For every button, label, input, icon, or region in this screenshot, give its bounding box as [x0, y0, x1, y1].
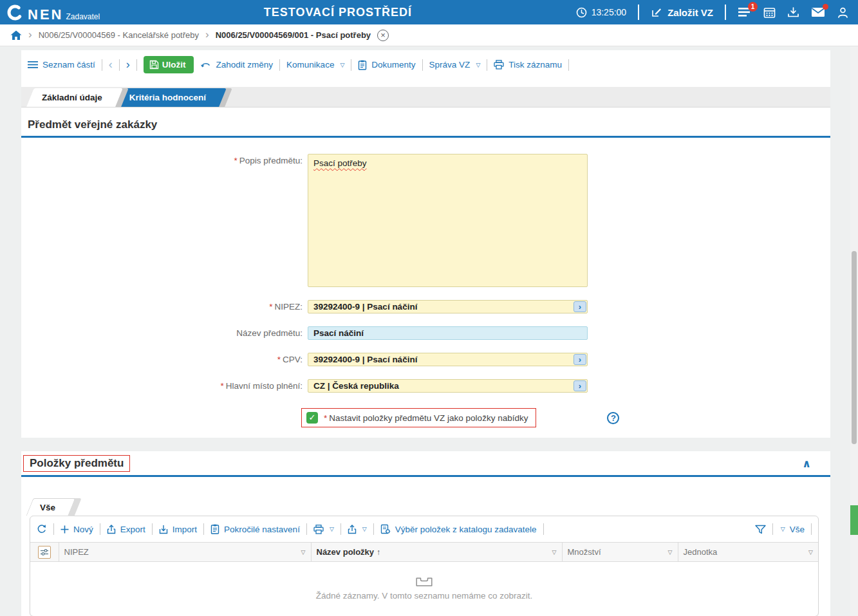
- field-label-nipez: *NIPEZ:: [21, 300, 308, 313]
- filter-button[interactable]: [755, 525, 766, 534]
- clock-time: 13:25:00: [592, 7, 627, 17]
- print-grid-menu[interactable]: ▽: [313, 525, 334, 534]
- column-filter-icon[interactable]: ▽: [668, 549, 673, 555]
- nen-swirl-icon: [6, 4, 24, 21]
- collapse-section-button[interactable]: ∧: [802, 457, 811, 471]
- advanced-settings-button[interactable]: Pokročilé nastavení: [210, 524, 300, 534]
- catalog-picker-button[interactable]: Výběr položek z katalogu zadavatele: [380, 524, 537, 534]
- label-text: Popis předmětu:: [239, 156, 303, 165]
- discard-changes-label: Zahodit změny: [216, 60, 274, 70]
- items-panel: Položky předmětu ∧ Vše: [21, 451, 830, 616]
- nipez-lookup-button[interactable]: ›: [574, 301, 586, 312]
- tab-vse[interactable]: Vše: [30, 498, 72, 516]
- column-filter-icon[interactable]: ▽: [808, 549, 813, 555]
- popis-predmetu-textarea[interactable]: Psací potřeby: [308, 154, 588, 287]
- column-header-nazev-polozky[interactable]: Název položky↑▽: [311, 543, 562, 562]
- prev-part-button[interactable]: ‹: [109, 58, 113, 71]
- chevron-right-icon: ›: [579, 381, 581, 391]
- divider: [203, 523, 204, 535]
- tab-label: Základní údaje: [42, 93, 102, 102]
- divider: [100, 523, 100, 535]
- items-as-offer-checkbox[interactable]: ✓: [306, 412, 318, 424]
- nazev-predmetu-value: Psací náčiní: [313, 328, 364, 338]
- home-icon[interactable]: [10, 30, 22, 41]
- column-header-jednotka[interactable]: Jednotka▽: [678, 543, 818, 562]
- new-item-label: Nový: [73, 525, 93, 534]
- top-bar: NEN Zadavatel TESTOVACÍ PROSTŘEDÍ 13:25:…: [0, 0, 858, 24]
- export-icon: [107, 525, 116, 534]
- view-filter-all[interactable]: ▽ Vše: [779, 525, 805, 534]
- column-label: Množství: [568, 547, 601, 557]
- column-header-mnozstvi[interactable]: Množství▽: [562, 543, 678, 562]
- advanced-settings-label: Pokročilé nastavení: [224, 525, 300, 534]
- list-of-parts-button[interactable]: Seznam částí: [28, 60, 95, 70]
- catalog-picker-label: Výběr položek z katalogu zadavatele: [395, 525, 537, 534]
- communication-menu[interactable]: Komunikace ▽: [286, 60, 344, 70]
- divider: [725, 5, 726, 20]
- divider: [373, 523, 374, 535]
- column-filter-icon[interactable]: ▽: [301, 549, 306, 555]
- tab-zakladni-udaje[interactable]: Základní údaje: [30, 88, 119, 107]
- section-rule: [21, 475, 830, 477]
- misto-plneni-field[interactable]: CZ | Česká republika ›: [308, 379, 588, 393]
- items-header: Položky předmětu ∧: [21, 451, 830, 472]
- nipez-field[interactable]: 39292400-9 | Psací náčiní ›: [308, 300, 588, 313]
- cpv-field[interactable]: 39292400-9 | Psací náčiní ›: [308, 353, 588, 366]
- printer-icon: [494, 60, 504, 70]
- clipboard-icon: [358, 60, 367, 70]
- chevron-down-icon: ▽: [781, 526, 785, 532]
- discard-changes-button[interactable]: Zahodit změny: [200, 60, 274, 70]
- print-record-label: Tisk záznamu: [508, 60, 562, 70]
- command-toolbar: Seznam částí ‹ › Uložit: [21, 50, 830, 79]
- funnel-icon: [755, 525, 766, 534]
- form-tabs: Základní údaje Kritéria hodnocení: [21, 87, 830, 107]
- nen-logo[interactable]: NEN Zadavatel: [6, 4, 100, 21]
- profile-button[interactable]: [837, 6, 849, 19]
- divider: [568, 59, 569, 71]
- misto-plneni-value: CZ | Česká republika: [313, 381, 399, 391]
- new-item-button[interactable]: Nový: [61, 525, 93, 534]
- items-grid-card: Nový Export: [30, 516, 819, 616]
- scrollbar-thumb[interactable]: [852, 251, 857, 444]
- admin-vz-menu[interactable]: Správa VZ ▽: [429, 60, 481, 70]
- column-settings-button[interactable]: [38, 546, 51, 559]
- import-label: Import: [173, 525, 197, 534]
- share-menu[interactable]: ▽: [348, 525, 367, 534]
- nazev-predmetu-field[interactable]: Psací náčiní: [308, 326, 588, 340]
- tab-kriteria-hodnoceni[interactable]: Kritéria hodnocení: [118, 88, 223, 107]
- import-button[interactable]: Import: [159, 525, 197, 534]
- documents-button[interactable]: Dokumenty: [358, 60, 415, 70]
- field-label-nazev: Název předmětu:: [21, 326, 308, 340]
- print-record-button[interactable]: Tisk záznamu: [494, 60, 562, 70]
- column-filter-icon[interactable]: ▽: [552, 549, 557, 555]
- export-button[interactable]: Export: [107, 525, 145, 534]
- create-vz-button[interactable]: Založit VZ: [651, 6, 713, 18]
- create-vz-label: Založit VZ: [667, 7, 713, 18]
- column-header-nipez[interactable]: NIPEZ▽: [59, 543, 311, 562]
- breadcrumb-parent[interactable]: N006/25/V00004569 - Kancelářské potřeby: [39, 30, 199, 40]
- view-filter-label: Vše: [790, 525, 805, 534]
- close-record-button[interactable]: ×: [377, 30, 389, 41]
- required-mark: *: [324, 413, 327, 423]
- misto-lookup-button[interactable]: ›: [574, 380, 586, 391]
- next-part-button[interactable]: ›: [126, 58, 130, 71]
- chevron-down-icon: ▽: [362, 526, 367, 532]
- checkbox-label: *Nastavit položky předmětu VZ jako polož…: [324, 413, 528, 423]
- downloads-button[interactable]: [787, 6, 799, 19]
- tasks-menu-button[interactable]: 1: [738, 6, 752, 18]
- messages-button[interactable]: [811, 7, 825, 17]
- refresh-button[interactable]: [37, 524, 47, 534]
- cpv-lookup-button[interactable]: ›: [574, 354, 586, 365]
- calendar-button[interactable]: [763, 6, 776, 19]
- vertical-scrollbar[interactable]: [850, 46, 858, 616]
- sort-asc-icon: ↑: [377, 548, 380, 557]
- page-content: Seznam částí ‹ › Uložit: [0, 46, 858, 616]
- export-label: Export: [120, 525, 145, 534]
- help-icon[interactable]: ?: [607, 412, 619, 424]
- required-mark: *: [269, 302, 272, 312]
- divider: [638, 5, 639, 20]
- chevron-down-icon: ▽: [340, 62, 344, 68]
- list-of-parts-label: Seznam částí: [42, 60, 95, 70]
- divider: [487, 59, 487, 71]
- save-button[interactable]: Uložit: [144, 56, 194, 73]
